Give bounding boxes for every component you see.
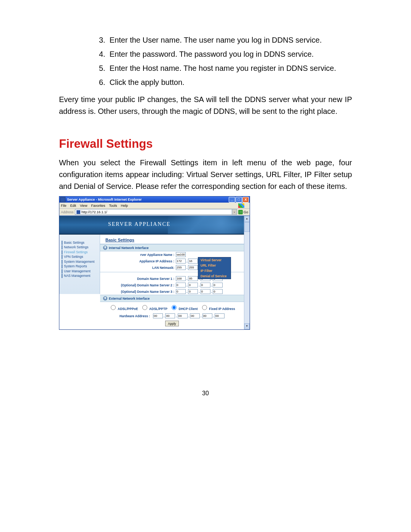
input-hw-1[interactable] [153, 313, 163, 318]
label-dns3: (Optional) Domain Name Server 3 : [100, 290, 176, 294]
input-ip-1[interactable] [176, 259, 186, 264]
input-netmask-1[interactable] [176, 265, 186, 270]
label-appliance-name: rver Appliance Name : [100, 253, 176, 257]
section-external-network: External Network Interface [100, 295, 244, 302]
input-hw-2[interactable] [165, 313, 175, 318]
label-appliance-ip: Appliance IP Address : [100, 259, 176, 263]
numbered-steps: 3. Enter the User name. The user name yo… [59, 34, 352, 88]
submenu-denial-of-service[interactable]: Denial of Service [198, 273, 231, 279]
radio-pppoe[interactable]: ADSL/PPPoE [109, 307, 138, 311]
firewall-submenu: Virtual Server URL Filter IP Filter Deni… [198, 257, 231, 279]
page-number: 30 [0, 390, 411, 397]
step-item: 4. Enter the password. The password you … [99, 48, 352, 60]
input-hw-6[interactable] [215, 313, 225, 318]
sidebar-item-system-reports[interactable]: System Reports [62, 264, 100, 268]
page-icon [76, 210, 80, 214]
input-ip-2[interactable] [188, 259, 198, 264]
submenu-virtual-server[interactable]: Virtual Server [198, 257, 231, 263]
sidebar-item-basic[interactable]: Basic Settings [62, 241, 100, 245]
screenshot-window: Server Appliance - Microsoft Internet Ex… [59, 196, 250, 330]
go-button[interactable]: → Go [238, 210, 248, 214]
sidebar-item-user-mgmt[interactable]: User Management [62, 269, 100, 273]
input-dns1-1[interactable] [176, 276, 186, 281]
menu-tools[interactable]: Tools [109, 204, 117, 208]
input-dns3-2[interactable] [188, 289, 198, 294]
intro-paragraph: When you select the Firewall Settings it… [59, 157, 352, 192]
scroll-up-icon[interactable]: ▴ [244, 216, 250, 222]
form-title: Basic Settings [100, 235, 244, 244]
minimize-button[interactable]: _ [229, 197, 235, 203]
input-dns3-3[interactable] [201, 289, 210, 294]
sidebar-item-system-mgmt[interactable]: System Management [62, 260, 100, 264]
label-dns2: (Optional) Domain Name Server 2 : [100, 283, 176, 287]
address-label: Address [61, 210, 73, 214]
post-steps-paragraph: Every time your public IP changes, the S… [59, 94, 352, 117]
submenu-url-filter[interactable]: URL Filter [198, 263, 231, 268]
input-dns2-4[interactable] [213, 283, 223, 288]
menu-help[interactable]: Help [121, 204, 128, 208]
window-title: Server Appliance - Microsoft Internet Ex… [67, 198, 228, 201]
input-hw-3[interactable] [178, 313, 188, 318]
scroll-down-icon[interactable]: ▾ [244, 323, 250, 329]
input-dns2-2[interactable] [188, 283, 198, 288]
refresh-icon [103, 296, 107, 300]
step-item: 5. Enter the Host name. The host name yo… [99, 62, 352, 74]
step-item: 3. Enter the User name. The user name yo… [99, 34, 352, 46]
address-dropdown-icon[interactable]: ⌄ [232, 209, 237, 215]
windows-flag-icon [238, 203, 244, 208]
section-heading-firewall: Firewall Settings [59, 137, 352, 151]
label-dns1: Domain Name Server 1 : [100, 277, 176, 281]
address-field[interactable]: http://172.16.1.1/ [75, 209, 232, 215]
address-bar: Address http://172.16.1.1/ ⌄ → Go [59, 209, 250, 216]
input-dns1-2[interactable] [188, 276, 198, 281]
input-appliance-name[interactable] [176, 252, 186, 257]
radio-pptp[interactable]: ADSL/PPTP [140, 307, 167, 311]
close-button[interactable]: X [242, 197, 249, 203]
menu-file[interactable]: File [61, 204, 67, 208]
banner: SERVER APPLIANCE [59, 216, 244, 235]
sidebar-item-vpn[interactable]: VPN Settings [62, 255, 100, 259]
menu-view[interactable]: View [80, 204, 87, 208]
input-dns2-1[interactable] [176, 283, 186, 288]
input-dns3-4[interactable] [213, 289, 223, 294]
section-internal-network: Internal Network Interface [100, 244, 244, 251]
sidebar-item-network[interactable]: Network Settings [62, 245, 100, 249]
go-arrow-icon: → [238, 210, 243, 214]
scroll-thumb[interactable] [244, 222, 250, 232]
scrollbar[interactable]: ▴ ▾ [244, 216, 250, 329]
menu-edit[interactable]: Edit [70, 204, 76, 208]
sidebar-item-firewall[interactable]: Firewall Settings [62, 250, 100, 254]
sidebar-item-nas-mgmt[interactable]: NAS Management [62, 274, 100, 278]
refresh-icon [103, 246, 107, 250]
radio-dhcp[interactable]: DHCP Client [170, 307, 198, 311]
input-dns2-3[interactable] [201, 283, 210, 288]
maximize-button[interactable]: □ [236, 197, 242, 203]
label-hardware-address: Hardware Address : [119, 314, 151, 318]
banner-title: SERVER APPLIANCE [108, 221, 170, 227]
apply-button[interactable]: Apply [165, 321, 178, 326]
radio-fixed-ip[interactable]: Fixed IP Address [200, 307, 235, 311]
form-area: Virtual Server URL Filter IP Filter Deni… [100, 235, 244, 329]
step-item: 6. Click the apply button. [99, 77, 352, 88]
connection-type-radios: ADSL/PPPoE ADSL/PPTP DHCP Client Fixed I… [100, 302, 244, 313]
input-dns3-1[interactable] [176, 289, 186, 294]
menu-favorites[interactable]: Favorites [91, 204, 105, 208]
label-lan-netmask: LAN Netmask: [100, 266, 176, 270]
menu-bar: File Edit View Favorites Tools Help [59, 203, 250, 209]
input-netmask-2[interactable] [188, 265, 198, 270]
window-titlebar: Server Appliance - Microsoft Internet Ex… [59, 197, 250, 203]
submenu-ip-filter[interactable]: IP Filter [198, 268, 231, 273]
address-value: http://172.16.1.1/ [81, 210, 107, 214]
input-hw-5[interactable] [202, 313, 212, 318]
ie-icon [60, 197, 65, 202]
sidebar: Basic Settings Network Settings Firewall… [59, 235, 100, 294]
input-hw-4[interactable] [190, 313, 200, 318]
